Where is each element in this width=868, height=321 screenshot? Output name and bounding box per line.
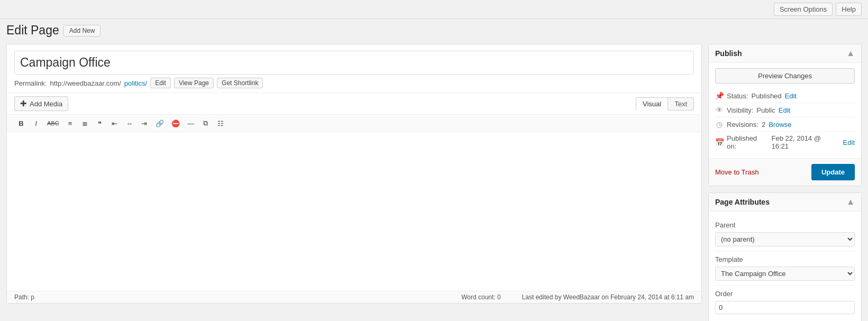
publish-box-header: Publish ▲ bbox=[709, 44, 861, 63]
format-ordered-list[interactable]: ≣ bbox=[78, 117, 92, 130]
screen-options-button[interactable]: Screen Options bbox=[774, 3, 833, 16]
help-button[interactable]: Help bbox=[836, 3, 862, 16]
order-label: Order bbox=[715, 290, 855, 298]
revisions-label: Revisions: bbox=[727, 121, 759, 129]
editor-format-bar: B I ABC ≡ ≣ ❝ ⇤ ↔ ⇥ 🔗 ⛔ — ⧉ ☷ bbox=[7, 114, 701, 132]
visibility-label: Visibility: bbox=[727, 106, 753, 114]
format-unlink[interactable]: ⛔ bbox=[168, 117, 183, 130]
publish-date-row: 📅 Published on: Feb 22, 2014 @ 16:21 Edi… bbox=[715, 132, 855, 153]
revisions-icon: ◷ bbox=[715, 120, 724, 129]
update-button[interactable]: Update bbox=[811, 164, 855, 180]
status-label: Status: bbox=[727, 92, 748, 100]
format-fullscreen[interactable]: ⧉ bbox=[199, 117, 213, 130]
permalink-bar: Permalink: http://weedbazaar.com/politic… bbox=[7, 75, 701, 93]
format-insert-more[interactable]: — bbox=[184, 117, 198, 130]
page-attributes-header: Page Attributes ▲ bbox=[709, 193, 861, 212]
format-align-center[interactable]: ↔ bbox=[123, 117, 136, 130]
visual-text-tabs: Visual Text bbox=[636, 97, 694, 111]
page-attributes-title: Page Attributes bbox=[715, 198, 770, 206]
format-unordered-list[interactable]: ≡ bbox=[63, 117, 77, 130]
tab-visual[interactable]: Visual bbox=[636, 97, 668, 111]
add-media-label: Add Media bbox=[30, 100, 62, 108]
visibility-icon: 👁 bbox=[715, 106, 724, 114]
sidebar-column: Publish ▲ Preview Changes 📌 Status: Publ… bbox=[708, 44, 862, 321]
revisions-browse-link[interactable]: Browse bbox=[769, 121, 791, 129]
page-heading-row: Edit Page Add New bbox=[0, 19, 868, 38]
format-link[interactable]: 🔗 bbox=[152, 117, 167, 130]
publish-box: Publish ▲ Preview Changes 📌 Status: Publ… bbox=[708, 44, 862, 186]
top-bar: Screen Options Help bbox=[0, 0, 868, 19]
revisions-count: 2 bbox=[762, 121, 765, 129]
parent-select[interactable]: (no parent) Campaign Office bbox=[715, 232, 855, 246]
status-edit-link[interactable]: Edit bbox=[785, 92, 797, 100]
page-title: Edit Page bbox=[6, 23, 59, 38]
calendar-icon: 📅 bbox=[715, 138, 724, 146]
parent-row: Parent (no parent) Campaign Office bbox=[715, 217, 855, 251]
published-edit-link[interactable]: Edit bbox=[843, 139, 855, 146]
publish-box-title: Publish bbox=[715, 49, 742, 58]
template-row: Template Default Template The Campaign O… bbox=[715, 251, 855, 286]
publish-revisions-row: ◷ Revisions: 2 Browse bbox=[715, 117, 855, 132]
editor-status-bar: Path: p Word count: 0 Last edited by Wee… bbox=[7, 291, 701, 303]
order-row: Order bbox=[715, 286, 855, 318]
template-select[interactable]: Default Template The Campaign Office bbox=[715, 267, 855, 281]
order-input[interactable] bbox=[715, 301, 855, 314]
format-blockquote[interactable]: ❝ bbox=[93, 117, 107, 130]
page-title-input[interactable] bbox=[14, 51, 694, 75]
view-page-button[interactable]: View Page bbox=[174, 78, 214, 88]
parent-label: Parent bbox=[715, 221, 855, 229]
template-label: Template bbox=[715, 255, 855, 263]
publish-actions: Move to Trash Update bbox=[709, 158, 861, 186]
publish-box-toggle[interactable]: ▲ bbox=[846, 49, 855, 58]
page-title-area bbox=[7, 44, 701, 75]
get-shortlink-button[interactable]: Get Shortlink bbox=[217, 78, 263, 88]
permalink-base: http://weedbazaar.com/ bbox=[50, 79, 121, 87]
editor-toolbar-row: ✚ Add Media Visual Text bbox=[7, 93, 701, 114]
word-count: Word count: 0 bbox=[461, 294, 500, 301]
page-attributes-box: Page Attributes ▲ Parent (no parent) Cam… bbox=[708, 192, 862, 321]
published-label: Published on: bbox=[727, 134, 768, 150]
editor-content-area[interactable] bbox=[7, 132, 701, 291]
publish-visibility-row: 👁 Visibility: Public Edit bbox=[715, 103, 855, 117]
format-align-right[interactable]: ⇥ bbox=[138, 117, 151, 130]
main-layout: Permalink: http://weedbazaar.com/politic… bbox=[0, 38, 868, 321]
format-bold[interactable]: B bbox=[14, 117, 28, 130]
last-edited: Last edited by WeedBazaar on February 24… bbox=[522, 294, 694, 301]
page-attributes-body: Parent (no parent) Campaign Office Templ… bbox=[709, 212, 861, 321]
format-align-left[interactable]: ⇤ bbox=[108, 117, 122, 130]
permalink-label: Permalink: bbox=[14, 79, 47, 87]
status-icon: 📌 bbox=[715, 91, 724, 100]
page-attributes-toggle[interactable]: ▲ bbox=[846, 197, 855, 207]
editor-column: Permalink: http://weedbazaar.com/politic… bbox=[6, 44, 702, 304]
add-new-button[interactable]: Add New bbox=[63, 25, 101, 36]
preview-changes-button[interactable]: Preview Changes bbox=[715, 68, 855, 84]
permalink-edit-button[interactable]: Edit bbox=[150, 78, 171, 88]
editor-path: Path: p bbox=[14, 294, 34, 301]
visibility-value: Public bbox=[756, 106, 775, 114]
add-media-icon: ✚ bbox=[20, 99, 27, 108]
published-date: Feb 22, 2014 @ 16:21 bbox=[771, 134, 839, 150]
format-italic[interactable]: I bbox=[29, 117, 43, 130]
add-media-button[interactable]: ✚ Add Media bbox=[14, 96, 68, 111]
format-strikethrough[interactable]: ABC bbox=[44, 118, 62, 129]
visibility-edit-link[interactable]: Edit bbox=[779, 106, 790, 114]
publish-status-row: 📌 Status: Published Edit bbox=[715, 89, 855, 103]
move-to-trash-link[interactable]: Move to Trash bbox=[715, 168, 759, 176]
format-toolbar-toggle[interactable]: ☷ bbox=[214, 117, 227, 130]
permalink-slug[interactable]: politics/ bbox=[124, 79, 147, 87]
tab-text[interactable]: Text bbox=[668, 97, 694, 111]
publish-box-body: Preview Changes 📌 Status: Published Edit… bbox=[709, 63, 861, 158]
status-value: Published bbox=[751, 92, 781, 100]
